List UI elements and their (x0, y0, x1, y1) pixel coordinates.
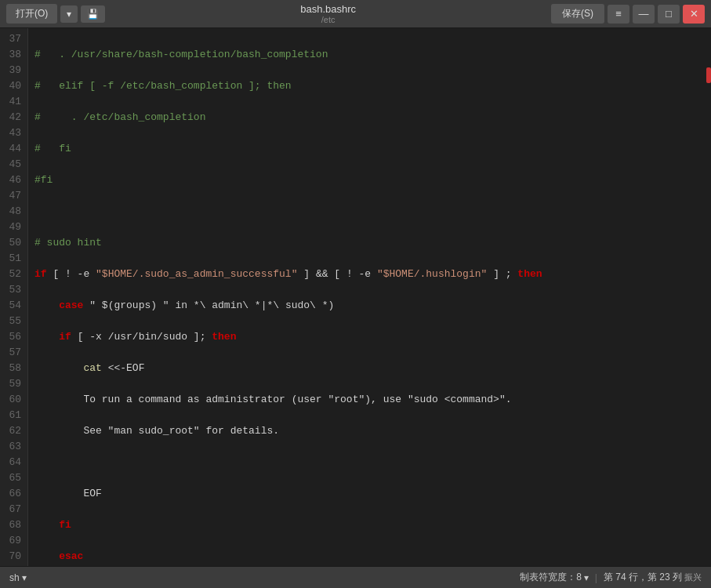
titlebar-center: bash.bashrc /etc (300, 3, 356, 24)
close-button[interactable]: ✕ (683, 5, 705, 24)
code-content[interactable]: # . /usr/share/bash-completion/bash_comp… (28, 28, 711, 566)
lang-selector[interactable]: sh ▾ (9, 572, 27, 583)
line-numbers: 37 38 39 40 41 42 43 44 45 46 47 48 49 5… (0, 28, 28, 566)
tab-width-label: 制表符宽度：8 (520, 571, 582, 584)
statusbar-separator: | (595, 572, 597, 583)
scroll-indicator (706, 67, 711, 83)
menu-button[interactable]: ≡ (608, 5, 629, 24)
titlebar: 打开(O) ▾ 💾 bash.bashrc /etc 保存(S) ≡ — □ ✕ (0, 0, 711, 28)
save-button[interactable]: 保存(S) (551, 4, 604, 24)
code-area[interactable]: 37 38 39 40 41 42 43 44 45 46 47 48 49 5… (0, 28, 711, 566)
open-button[interactable]: 打开(O) (6, 4, 57, 24)
tab-width-dropdown-icon[interactable]: ▾ (584, 572, 589, 583)
tab-width-selector[interactable]: 制表符宽度：8 ▾ (520, 571, 589, 584)
statusbar-right: 制表符宽度：8 ▾ | 第 74 行，第 23 列 振兴 (520, 571, 702, 584)
titlebar-right: 保存(S) ≡ — □ ✕ (551, 4, 705, 24)
statusbar-left: sh ▾ (9, 572, 27, 583)
editor: 37 38 39 40 41 42 43 44 45 46 47 48 49 5… (0, 28, 711, 566)
recent-files-button[interactable]: ▾ (60, 5, 78, 23)
maximize-button[interactable]: □ (658, 5, 680, 24)
statusbar: sh ▾ 制表符宽度：8 ▾ | 第 74 行，第 23 列 振兴 (0, 566, 711, 588)
titlebar-left: 打开(O) ▾ 💾 (6, 4, 105, 24)
lang-label: sh (9, 572, 20, 583)
save-icon-button[interactable]: 💾 (81, 5, 105, 23)
minimize-button[interactable]: — (633, 5, 655, 24)
lang-dropdown-icon[interactable]: ▾ (22, 572, 27, 583)
position-label: 第 74 行，第 23 列 (604, 571, 682, 584)
file-subtitle: /etc (300, 15, 356, 24)
cursor-position: 第 74 行，第 23 列 振兴 (604, 571, 702, 584)
file-title: bash.bashrc (300, 3, 356, 15)
position-extra: 振兴 (684, 572, 702, 583)
